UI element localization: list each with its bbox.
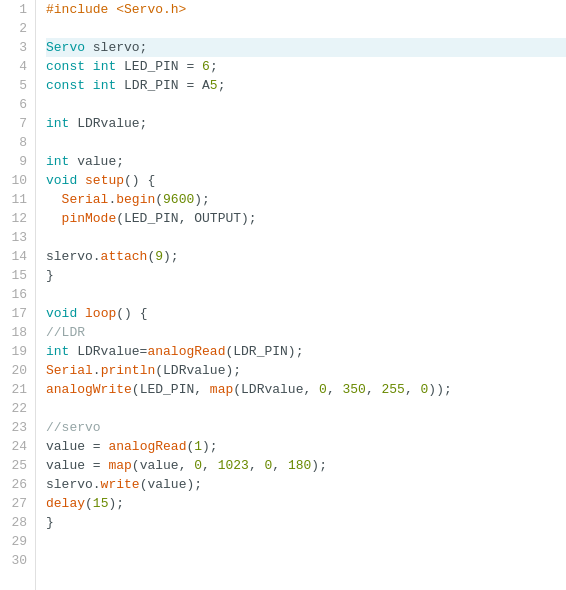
token-type: int (93, 57, 116, 76)
token-type: int (46, 152, 69, 171)
code-line: } (46, 513, 566, 532)
line-number: 27 (8, 494, 27, 513)
token-plain: . (93, 361, 101, 380)
token-plain: slervo; (85, 38, 147, 57)
code-line (46, 19, 566, 38)
token-function: write (101, 475, 140, 494)
token-plain: ); (311, 456, 327, 475)
token-plain: value = (46, 437, 108, 456)
code-line: //LDR (46, 323, 566, 342)
token-type: int (93, 76, 116, 95)
token-number: 9 (155, 247, 163, 266)
code-editor: 1234567891011121314151617181920212223242… (0, 0, 566, 590)
token-plain (46, 190, 62, 209)
token-function: attach (101, 247, 148, 266)
token-function: begin (116, 190, 155, 209)
code-line: value = analogRead(1); (46, 437, 566, 456)
code-line (46, 133, 566, 152)
code-line: slervo.attach(9); (46, 247, 566, 266)
token-function: println (101, 361, 156, 380)
token-number: 9600 (163, 190, 194, 209)
token-plain (85, 57, 93, 76)
token-plain: , (405, 380, 421, 399)
token-function: pinMode (62, 209, 117, 228)
token-plain: value = (46, 456, 108, 475)
token-function: setup (85, 171, 124, 190)
line-number: 18 (8, 323, 27, 342)
code-line: Serial.begin(9600); (46, 190, 566, 209)
token-function: analogRead (147, 342, 225, 361)
line-number: 10 (8, 171, 27, 190)
token-plain: slervo. (46, 475, 101, 494)
token-plain: } (46, 266, 54, 285)
token-builtin: Serial (46, 361, 93, 380)
token-plain: ); (202, 437, 218, 456)
token-plain: LDRvalue; (69, 114, 147, 133)
line-number: 6 (8, 95, 27, 114)
line-number: 3 (8, 38, 27, 57)
code-line: int value; (46, 152, 566, 171)
token-plain: () { (124, 171, 155, 190)
token-number: 0 (265, 456, 273, 475)
line-number: 4 (8, 57, 27, 76)
line-number: 13 (8, 228, 27, 247)
token-number: 0 (421, 380, 429, 399)
token-plain: ; (210, 57, 218, 76)
line-number: 28 (8, 513, 27, 532)
line-number: 25 (8, 456, 27, 475)
line-number: 26 (8, 475, 27, 494)
token-plain: ( (186, 437, 194, 456)
line-number: 29 (8, 532, 27, 551)
line-number: 20 (8, 361, 27, 380)
code-line: value = map(value, 0, 1023, 0, 180); (46, 456, 566, 475)
line-number: 14 (8, 247, 27, 266)
code-line: } (46, 266, 566, 285)
line-number: 22 (8, 399, 27, 418)
line-number: 21 (8, 380, 27, 399)
code-line: const int LDR_PIN = A5; (46, 76, 566, 95)
token-function: loop (85, 304, 116, 323)
line-number: 11 (8, 190, 27, 209)
token-type: int (46, 114, 69, 133)
token-plain: LDR_PIN = A (116, 76, 210, 95)
code-line: Serial.println(LDRvalue); (46, 361, 566, 380)
token-plain: ( (155, 190, 163, 209)
token-plain: . (108, 190, 116, 209)
line-number: 12 (8, 209, 27, 228)
token-comment: //LDR (46, 323, 85, 342)
token-plain: (value); (140, 475, 202, 494)
line-number: 19 (8, 342, 27, 361)
token-plain: , (249, 456, 265, 475)
token-keyword: const (46, 57, 85, 76)
token-keyword: void (46, 304, 77, 323)
token-number: 1023 (218, 456, 249, 475)
code-line (46, 532, 566, 551)
token-plain: , (327, 380, 343, 399)
code-line: analogWrite(LED_PIN, map(LDRvalue, 0, 35… (46, 380, 566, 399)
line-number: 24 (8, 437, 27, 456)
token-keyword: void (46, 171, 77, 190)
token-plain: (LED_PIN, (132, 380, 210, 399)
token-number: 6 (202, 57, 210, 76)
token-plain: )); (428, 380, 451, 399)
line-number: 7 (8, 114, 27, 133)
token-number: 350 (343, 380, 366, 399)
code-line: pinMode(LED_PIN, OUTPUT); (46, 209, 566, 228)
line-number: 17 (8, 304, 27, 323)
code-line: //servo (46, 418, 566, 437)
token-number: 1 (194, 437, 202, 456)
code-line: int LDRvalue; (46, 114, 566, 133)
token-function: analogRead (108, 437, 186, 456)
code-lines[interactable]: #include <Servo.h> Servo slervo;const in… (36, 0, 566, 590)
token-function: analogWrite (46, 380, 132, 399)
token-plain: LED_PIN = (116, 57, 202, 76)
token-plain (85, 76, 93, 95)
token-plain (77, 171, 85, 190)
token-function: map (108, 456, 131, 475)
token-plain (46, 209, 62, 228)
code-line: Servo slervo; (46, 38, 566, 57)
token-plain: value; (69, 152, 124, 171)
token-number: 0 (194, 456, 202, 475)
line-number: 30 (8, 551, 27, 570)
code-line: delay(15); (46, 494, 566, 513)
